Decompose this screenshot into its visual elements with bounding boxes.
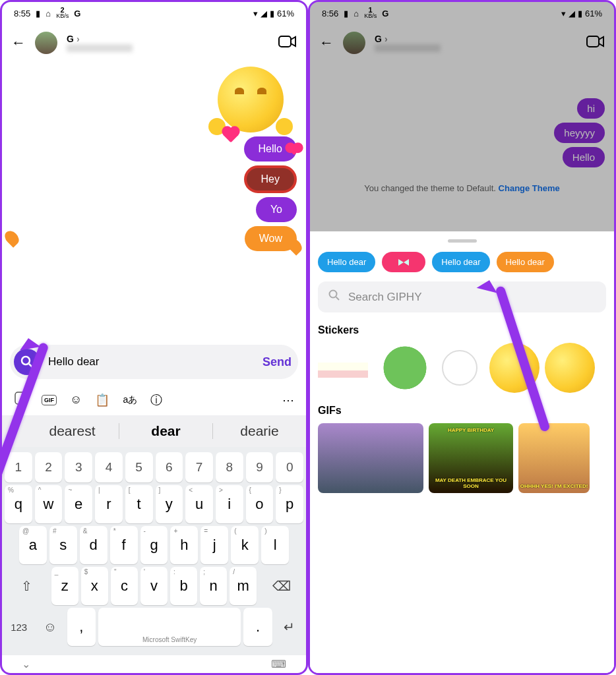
heart-face-sticker[interactable] — [545, 343, 595, 393]
key-8[interactable]: 8 — [216, 452, 243, 483]
key-e[interactable]: ~e — [65, 485, 92, 523]
key-t[interactable]: [t — [125, 485, 153, 523]
key-u[interactable]: <u — [185, 485, 213, 523]
key-a[interactable]: @a — [19, 526, 47, 564]
message-bubble[interactable]: Yo — [256, 197, 297, 222]
chat-subtitle — [67, 44, 133, 52]
sheet-handle[interactable] — [448, 239, 477, 243]
enter-key[interactable]: ↵ — [275, 608, 303, 646]
key-4[interactable]: 4 — [95, 452, 123, 483]
info-icon[interactable]: ⓘ — [150, 392, 162, 408]
sticker-row — [318, 343, 606, 393]
key-v[interactable]: 'v — [140, 567, 168, 605]
google-icon: G — [382, 9, 388, 18]
key-g[interactable]: -g — [140, 526, 168, 564]
key-0[interactable]: 0 — [276, 452, 303, 483]
key-m[interactable]: /m — [230, 567, 257, 605]
effect-option[interactable]: Hello dear — [318, 252, 375, 272]
svg-point-5 — [330, 291, 337, 298]
comma-key[interactable]: , — [67, 608, 96, 646]
key-6[interactable]: 6 — [156, 452, 183, 483]
key-7[interactable]: 7 — [185, 452, 213, 483]
gifs-heading: GIFs — [318, 405, 606, 417]
data-rate: 1KB/s — [364, 7, 377, 19]
loading-sticker[interactable] — [442, 350, 477, 386]
key-k[interactable]: (k — [231, 526, 259, 564]
key-d[interactable]: &d — [80, 526, 108, 564]
sim-icon: ▮ — [36, 9, 40, 18]
gif-icon[interactable]: GIF — [42, 395, 57, 405]
suggestion[interactable]: dearie — [213, 423, 306, 439]
space-key[interactable]: Microsoft SwiftKey — [98, 608, 241, 646]
chat-name[interactable]: G› — [375, 34, 441, 44]
translate-icon[interactable]: aあ — [123, 394, 137, 406]
key-c[interactable]: "c — [111, 567, 138, 605]
key-z[interactable]: _z — [51, 567, 78, 605]
back-icon[interactable]: ← — [11, 34, 26, 51]
key-n[interactable]: ;n — [200, 567, 227, 605]
effects-row: Hello dear Hello dear Hello dear — [318, 249, 606, 281]
key-l[interactable]: )l — [261, 526, 289, 564]
avatar[interactable] — [35, 32, 57, 54]
keyboard-switch-icon[interactable]: ⌨ — [271, 658, 286, 670]
more-icon[interactable]: ⋯ — [282, 393, 294, 407]
key-y[interactable]: ]y — [156, 485, 183, 523]
message-bubble[interactable]: heyyyy — [554, 123, 605, 143]
giphy-search[interactable]: Search GIPHY — [318, 281, 606, 312]
message-bubble[interactable]: Wow — [245, 226, 297, 251]
video-call-icon[interactable] — [586, 34, 605, 51]
message-bubble[interactable]: hi — [577, 98, 605, 119]
key-r[interactable]: |r — [95, 485, 123, 523]
change-theme-link[interactable]: Change Theme — [499, 183, 560, 193]
key-3[interactable]: 3 — [65, 452, 92, 483]
message-bubble[interactable]: Hey — [244, 165, 297, 193]
sticker-icon[interactable]: ☺ — [70, 393, 82, 407]
gif-item[interactable] — [318, 423, 423, 493]
chat-header: ← G› — [2, 24, 306, 61]
data-rate: 2KB/s — [56, 7, 69, 19]
effect-option-gift[interactable] — [382, 252, 425, 272]
chat-name[interactable]: G› — [67, 34, 133, 44]
status-bar: 8:55 ▮ ⌂ 2KB/s G ▾ ◢ ▮ 61% — [2, 2, 306, 24]
key-5[interactable]: 5 — [125, 452, 153, 483]
cake-sticker[interactable] — [318, 343, 368, 393]
message-input[interactable] — [40, 355, 262, 368]
status-bar: 8:56 ▮ ⌂ 1KB/s G ▾ ◢ ▮ 61% — [310, 2, 614, 24]
key-1[interactable]: 1 — [5, 452, 32, 483]
video-call-icon[interactable] — [278, 34, 297, 51]
suggestion[interactable]: dear — [119, 423, 213, 439]
svg-line-6 — [336, 297, 340, 301]
key-h[interactable]: +h — [170, 526, 198, 564]
back-icon[interactable]: ← — [319, 34, 334, 51]
gif-item[interactable]: HAPPY BIRTHDAY MAY DEATH EMBRACE YOU SOO… — [429, 423, 513, 493]
key-x[interactable]: $x — [81, 567, 108, 605]
wifi-icon: ▾ — [561, 9, 566, 18]
gif-item[interactable]: OHHHH YES! I'M EXCITED! — [518, 423, 590, 493]
message-bubble[interactable]: Hello — [563, 147, 605, 167]
shift-key[interactable]: ⇧ — [5, 567, 49, 605]
key-q[interactable]: %q — [5, 485, 32, 523]
hugging-face-sticker[interactable] — [218, 67, 284, 132]
key-w[interactable]: ^w — [35, 485, 63, 523]
nav-down-icon[interactable]: ⌄ — [22, 658, 30, 670]
key-2[interactable]: 2 — [35, 452, 63, 483]
frog-sticker[interactable] — [380, 343, 430, 393]
backspace-key[interactable]: ⌫ — [259, 567, 303, 605]
numbers-key[interactable]: 123 — [5, 608, 33, 646]
key-9[interactable]: 9 — [246, 452, 274, 483]
key-o[interactable]: {o — [246, 485, 274, 523]
emoji-key[interactable]: ☺ — [36, 608, 64, 646]
key-b[interactable]: :b — [170, 567, 197, 605]
effect-option[interactable]: Hello dear — [497, 252, 554, 272]
suggestion[interactable]: dearest — [26, 423, 119, 439]
theme-message: You changed the theme to Default. Change… — [319, 183, 605, 193]
key-f[interactable]: *f — [110, 526, 138, 564]
key-j[interactable]: =j — [200, 526, 228, 564]
period-key[interactable]: . — [243, 608, 272, 646]
key-s[interactable]: #s — [49, 526, 77, 564]
send-button[interactable]: Send — [262, 355, 292, 369]
clipboard-icon[interactable]: 📋 — [95, 393, 109, 407]
key-i[interactable]: >i — [216, 485, 243, 523]
avatar[interactable] — [343, 32, 365, 54]
key-p[interactable]: }p — [276, 485, 303, 523]
